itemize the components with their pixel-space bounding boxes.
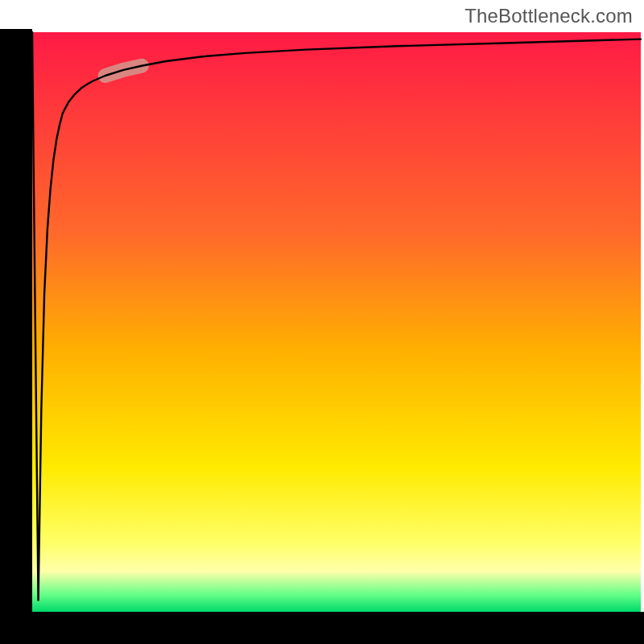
watermark-text: TheBottleneck.com <box>464 5 633 27</box>
chart-frame: TheBottleneck.com <box>0 0 644 644</box>
x-axis <box>0 612 644 644</box>
bottleneck-chart <box>0 0 644 644</box>
y-axis <box>0 29 32 644</box>
plot-background <box>32 32 641 612</box>
